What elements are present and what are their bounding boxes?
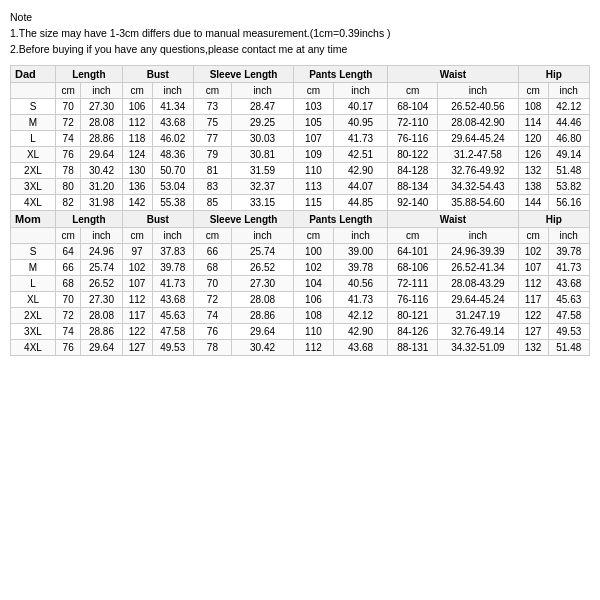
size-column-header: [11, 83, 56, 99]
data-cell: 108: [518, 99, 548, 115]
data-cell: 41.73: [333, 292, 388, 308]
data-cell: 44.07: [333, 179, 388, 195]
data-cell: 70: [56, 99, 81, 115]
data-cell: 29.64: [81, 147, 122, 163]
data-cell: 102: [294, 260, 333, 276]
column-header-hip: Hip: [518, 66, 589, 83]
data-cell: 49.53: [548, 324, 589, 340]
subheader-inch: inch: [231, 83, 293, 99]
size-table: DadLengthBustSleeve LengthPants LengthWa…: [10, 65, 590, 356]
data-cell: 42.90: [333, 324, 388, 340]
data-cell: 68-104: [388, 99, 438, 115]
data-cell: 26.52-41.34: [438, 260, 518, 276]
data-cell: 32.76-49.14: [438, 324, 518, 340]
data-cell: 80-121: [388, 308, 438, 324]
data-cell: 31.20: [81, 179, 122, 195]
size-cell: L: [11, 276, 56, 292]
data-cell: 132: [518, 163, 548, 179]
data-cell: 28.86: [81, 131, 122, 147]
column-header-hip: Hip: [518, 211, 589, 228]
data-cell: 47.58: [152, 324, 193, 340]
data-cell: 106: [294, 292, 333, 308]
data-cell: 29.64: [231, 324, 293, 340]
subheader-cm: cm: [56, 83, 81, 99]
data-cell: 55.38: [152, 195, 193, 211]
data-cell: 78: [56, 163, 81, 179]
data-cell: 114: [518, 115, 548, 131]
data-cell: 107: [518, 260, 548, 276]
data-cell: 80-122: [388, 147, 438, 163]
size-cell: S: [11, 99, 56, 115]
column-header-length: Length: [56, 211, 123, 228]
data-cell: 118: [122, 131, 152, 147]
data-cell: 107: [122, 276, 152, 292]
data-cell: 122: [122, 324, 152, 340]
data-cell: 74: [193, 308, 231, 324]
subheader-cm: cm: [388, 83, 438, 99]
data-cell: 100: [294, 244, 333, 260]
data-cell: 72: [193, 292, 231, 308]
data-cell: 127: [518, 324, 548, 340]
data-cell: 112: [294, 340, 333, 356]
data-cell: 64: [56, 244, 81, 260]
data-cell: 41.73: [548, 260, 589, 276]
data-cell: 35.88-54.60: [438, 195, 518, 211]
data-cell: 49.53: [152, 340, 193, 356]
data-cell: 31.59: [231, 163, 293, 179]
subheader-cm: cm: [518, 228, 548, 244]
subheader-inch: inch: [333, 228, 388, 244]
data-cell: 51.48: [548, 340, 589, 356]
size-cell: M: [11, 115, 56, 131]
size-column-header: [11, 228, 56, 244]
data-cell: 117: [518, 292, 548, 308]
data-cell: 112: [122, 115, 152, 131]
subheader-cm: cm: [122, 228, 152, 244]
subheader-inch: inch: [152, 228, 193, 244]
data-cell: 46.80: [548, 131, 589, 147]
data-cell: 50.70: [152, 163, 193, 179]
data-cell: 77: [193, 131, 231, 147]
data-cell: 30.42: [81, 163, 122, 179]
data-cell: 76: [56, 147, 81, 163]
table-row: 2XL7228.0811745.637428.8610842.1280-1213…: [11, 308, 590, 324]
column-header-sleeve-length: Sleeve Length: [193, 66, 293, 83]
column-header-bust: Bust: [122, 66, 193, 83]
data-cell: 40.95: [333, 115, 388, 131]
table-row: 4XL8231.9814255.388533.1511544.8592-1403…: [11, 195, 590, 211]
section-label-mom: Mom: [11, 211, 56, 228]
table-row: 2XL7830.4213050.708131.5911042.9084-1283…: [11, 163, 590, 179]
data-cell: 76: [56, 340, 81, 356]
data-cell: 79: [193, 147, 231, 163]
data-cell: 33.15: [231, 195, 293, 211]
data-cell: 28.08: [81, 115, 122, 131]
subheader-cm: cm: [388, 228, 438, 244]
size-cell: 3XL: [11, 324, 56, 340]
data-cell: 37.83: [152, 244, 193, 260]
subheader-cm: cm: [193, 228, 231, 244]
data-cell: 41.73: [152, 276, 193, 292]
data-cell: 43.68: [548, 276, 589, 292]
data-cell: 68: [193, 260, 231, 276]
data-cell: 28.86: [231, 308, 293, 324]
table-row: S6424.969737.836625.7410039.0064-10124.9…: [11, 244, 590, 260]
data-cell: 31.98: [81, 195, 122, 211]
section-label-dad: Dad: [11, 66, 56, 83]
size-cell: M: [11, 260, 56, 276]
data-cell: 30.42: [231, 340, 293, 356]
data-cell: 42.90: [333, 163, 388, 179]
data-cell: 28.08-42.90: [438, 115, 518, 131]
data-cell: 115: [294, 195, 333, 211]
data-cell: 64-101: [388, 244, 438, 260]
data-cell: 138: [518, 179, 548, 195]
data-cell: 113: [294, 179, 333, 195]
data-cell: 75: [193, 115, 231, 131]
data-cell: 109: [294, 147, 333, 163]
note-title: Note: [10, 10, 590, 26]
data-cell: 29.25: [231, 115, 293, 131]
data-cell: 72: [56, 308, 81, 324]
data-cell: 41.73: [333, 131, 388, 147]
data-cell: 29.64-45.24: [438, 131, 518, 147]
data-cell: 31.2-47.58: [438, 147, 518, 163]
data-cell: 110: [294, 324, 333, 340]
data-cell: 122: [518, 308, 548, 324]
